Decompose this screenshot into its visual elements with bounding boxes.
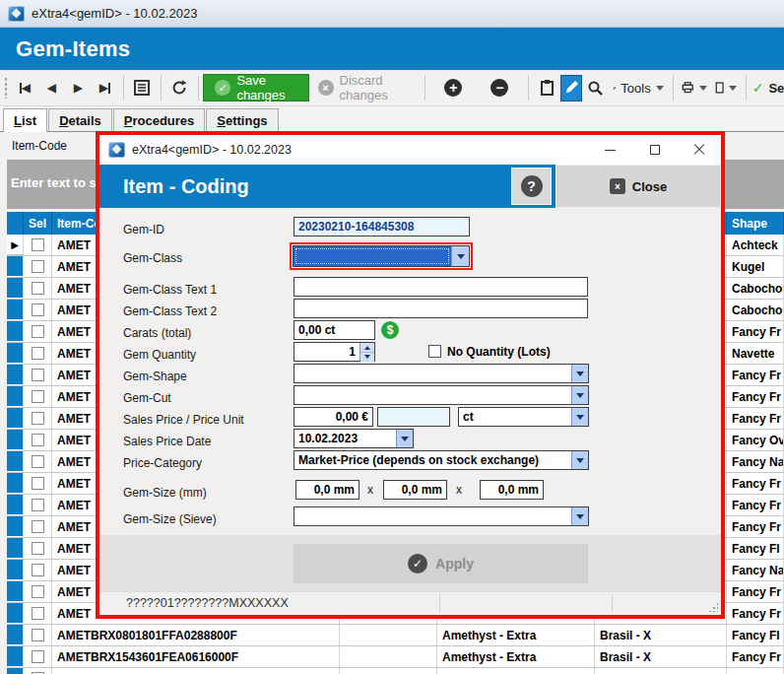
shape-cell[interactable]: Fancy Fr xyxy=(727,603,784,624)
refresh-button[interactable] xyxy=(166,75,193,101)
tab[interactable]: Procedures xyxy=(113,108,206,131)
last-record-button[interactable]: ▶ xyxy=(92,75,118,101)
dropdown-arrow-button[interactable] xyxy=(451,246,469,266)
previous-record-button[interactable]: ◀ xyxy=(38,75,65,101)
size-mm-field-2[interactable]: 0,0 mm xyxy=(383,480,447,500)
edit-coding-button[interactable] xyxy=(560,75,582,101)
size-mm-field-1[interactable]: 0,0 mm xyxy=(295,480,359,500)
row-checkbox-cell[interactable] xyxy=(24,646,52,667)
list-view-button[interactable] xyxy=(129,75,156,101)
shape-cell[interactable]: Cabochon xyxy=(727,300,784,320)
row-checkbox[interactable] xyxy=(32,542,44,555)
dropdown-arrow-button[interactable] xyxy=(571,507,588,525)
row-checkbox-cell[interactable] xyxy=(24,278,52,299)
row-checkbox-cell[interactable] xyxy=(24,408,52,429)
shape-cell[interactable]: Fancy Fr xyxy=(727,495,784,515)
row-checkbox-cell[interactable] xyxy=(24,625,52,645)
document-dropdown[interactable] xyxy=(711,75,741,101)
item-code-cell[interactable]: AMETBRX1543601FEA0616000F xyxy=(52,646,340,667)
carats-field[interactable]: 0,00 ct xyxy=(294,320,375,340)
minimize-button[interactable] xyxy=(588,135,632,165)
spin-down-button[interactable] xyxy=(360,353,374,362)
shape-cell[interactable]: Fancy Fr xyxy=(727,473,784,494)
row-checkbox[interactable] xyxy=(32,412,44,425)
resize-grip[interactable] xyxy=(708,602,718,612)
table-row[interactable]: AMHEBRX0020201FEA0096000F Amethyst - Hel… xyxy=(7,668,784,674)
origin-cell[interactable]: Brasil - X xyxy=(595,646,727,667)
row-checkbox[interactable] xyxy=(32,347,44,360)
row-checkbox[interactable] xyxy=(32,520,44,533)
help-button[interactable]: ? xyxy=(511,168,552,205)
row-checkbox[interactable] xyxy=(32,238,44,251)
row-selector-cell[interactable] xyxy=(7,495,24,515)
shape-cell[interactable]: Fancy Fr xyxy=(727,386,784,407)
row-selector-cell[interactable] xyxy=(7,365,24,385)
shape-cell[interactable]: Fancy Ov xyxy=(727,430,784,450)
dropdown-arrow-button[interactable] xyxy=(571,451,588,469)
row-selector-cell[interactable] xyxy=(7,516,24,537)
row-checkbox[interactable] xyxy=(32,455,44,468)
tools-dropdown[interactable]: Tools xyxy=(609,75,668,101)
row-selector-cell[interactable] xyxy=(7,343,24,364)
row-checkbox[interactable] xyxy=(32,282,44,295)
row-checkbox[interactable] xyxy=(32,585,44,598)
select-button[interactable]: ✓ Se xyxy=(751,75,782,101)
row-checkbox-cell[interactable] xyxy=(24,603,52,624)
origin-cell[interactable]: Brasil - X xyxy=(595,625,727,645)
shape-cell[interactable]: Fancy Fl xyxy=(727,625,784,645)
table-row[interactable]: AMETBRX0801801FFA0288800F Amethyst - Ext… xyxy=(7,625,784,646)
shape-cell[interactable]: Fancy Fr xyxy=(727,581,784,602)
size-mm-field-3[interactable]: 0,0 mm xyxy=(480,480,544,500)
remove-item-button[interactable]: − xyxy=(487,75,513,101)
row-selector-cell[interactable] xyxy=(7,560,24,580)
row-selector-cell[interactable] xyxy=(7,256,24,277)
table-cell[interactable] xyxy=(340,668,437,674)
sel-column-header[interactable]: Sel xyxy=(24,212,52,235)
row-checkbox[interactable] xyxy=(32,499,44,511)
row-checkbox[interactable] xyxy=(32,369,44,381)
size-sieve-select[interactable] xyxy=(294,506,589,526)
row-selector-cell[interactable] xyxy=(7,581,24,602)
table-row[interactable]: AMETBRX1543601FEA0616000F Amethyst - Ext… xyxy=(7,646,784,668)
quantity-stepper[interactable]: 1 xyxy=(294,342,375,362)
next-record-button[interactable]: ▶ xyxy=(65,75,92,101)
row-selector-cell[interactable] xyxy=(7,625,24,645)
dropdown-arrow-button[interactable] xyxy=(571,365,588,382)
price-category-select[interactable]: Market-Price (depends on stock exchange) xyxy=(294,450,589,470)
row-checkbox[interactable] xyxy=(32,325,44,338)
gem-class-text2-field[interactable] xyxy=(294,299,588,318)
row-selector-cell[interactable] xyxy=(7,451,24,472)
save-changes-button[interactable]: ✓ Save changes xyxy=(203,74,308,101)
gem-class-text1-field[interactable] xyxy=(294,277,588,297)
apply-button[interactable]: ✓ Apply xyxy=(294,544,588,583)
no-quantity-checkbox[interactable] xyxy=(428,345,441,358)
row-selector-cell[interactable] xyxy=(7,473,24,494)
row-checkbox-cell[interactable] xyxy=(24,430,52,450)
row-checkbox-cell[interactable] xyxy=(24,473,52,494)
add-item-button[interactable]: + xyxy=(440,75,467,101)
print-dropdown[interactable] xyxy=(678,75,710,101)
row-checkbox-cell[interactable] xyxy=(24,581,52,602)
tab[interactable]: Details xyxy=(48,108,112,131)
shape-cell[interactable]: Fancy Na xyxy=(727,451,784,472)
shape-cell[interactable]: Fancy Fr xyxy=(727,408,784,429)
shape-cell[interactable]: Fancy Fl xyxy=(727,538,784,559)
shape-cell[interactable]: Fancy Na xyxy=(727,560,784,580)
row-selector-cell[interactable] xyxy=(7,603,24,624)
row-selector-cell[interactable] xyxy=(7,386,24,407)
shape-cell[interactable]: Fancy Fr xyxy=(727,365,784,385)
gem-cut-select[interactable] xyxy=(294,385,589,405)
tab[interactable]: Settings xyxy=(206,108,278,131)
shape-cell[interactable]: Fancy F xyxy=(727,668,784,674)
gem-class-cell[interactable]: Amethyst - Extra xyxy=(437,625,595,645)
current-row-indicator[interactable]: ▶ xyxy=(7,235,24,255)
row-checkbox-cell[interactable] xyxy=(24,538,52,559)
row-selector-cell[interactable] xyxy=(7,408,24,429)
row-selector-cell[interactable] xyxy=(7,300,24,320)
row-checkbox-cell[interactable] xyxy=(24,300,52,320)
row-checkbox-cell[interactable] xyxy=(24,235,52,255)
gem-class-select[interactable] xyxy=(293,245,470,267)
row-selector-cell[interactable] xyxy=(7,430,24,450)
row-checkbox-cell[interactable] xyxy=(24,495,52,515)
table-cell[interactable] xyxy=(340,646,437,667)
